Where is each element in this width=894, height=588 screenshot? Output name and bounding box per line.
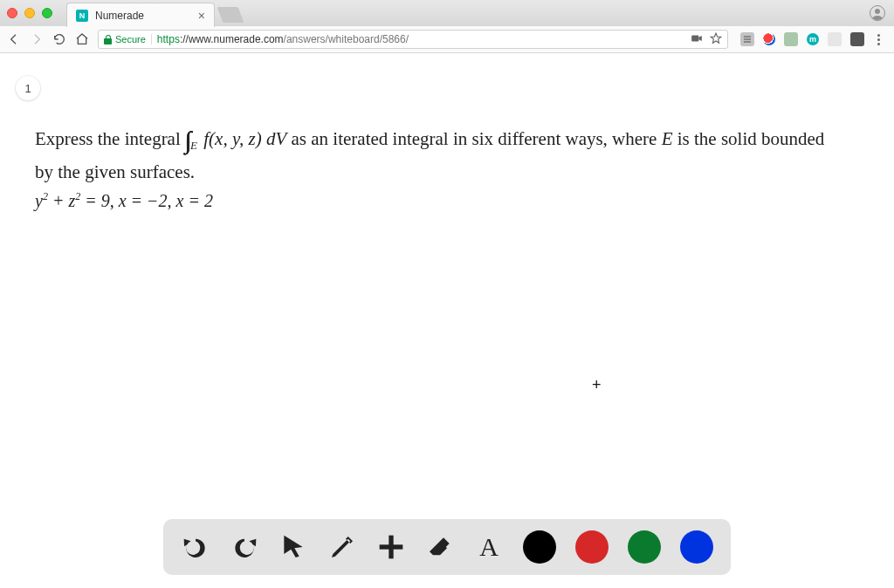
minimize-window-button[interactable]	[24, 8, 35, 18]
color-black[interactable]	[523, 530, 556, 564]
solid-e: E	[662, 128, 673, 149]
tab-bar: N Numerade ×	[0, 0, 894, 26]
pen-tool[interactable]	[327, 532, 357, 562]
problem-mid: as an iterated integral in six different…	[292, 128, 662, 149]
browser-chrome: N Numerade × Secure https://www.numerade…	[0, 0, 894, 53]
window-controls	[7, 8, 66, 18]
extension-icon-4[interactable]: m	[807, 33, 819, 45]
color-blue[interactable]	[680, 530, 713, 564]
redo-button[interactable]	[230, 532, 259, 562]
extension-icon-2[interactable]	[763, 33, 775, 45]
problem-line2: by the given surfaces.	[35, 159, 887, 185]
omnibox-actions	[691, 32, 722, 47]
home-button[interactable]	[75, 32, 89, 46]
secure-label: Secure	[115, 34, 146, 44]
svg-rect-2	[380, 544, 403, 549]
extension-icon-3[interactable]	[784, 32, 798, 46]
canvas-cursor-icon: +	[592, 376, 602, 394]
browser-menu-button[interactable]	[873, 34, 884, 45]
step-badge[interactable]: 1	[16, 76, 40, 100]
tab-close-button[interactable]: ×	[198, 10, 205, 22]
bookmark-star-icon[interactable]	[710, 32, 722, 47]
extension-icon-6[interactable]	[850, 32, 864, 46]
new-tab-button[interactable]	[217, 7, 244, 23]
integrand: f(x, y, z)	[203, 128, 261, 149]
lock-icon	[104, 35, 112, 44]
address-bar[interactable]: Secure https://www.numerade.com/answers/…	[98, 30, 728, 49]
whiteboard-toolbar: A	[163, 519, 731, 575]
integral-subscript: E	[185, 139, 199, 152]
svg-rect-0	[691, 35, 698, 41]
maximize-window-button[interactable]	[42, 8, 52, 18]
undo-button[interactable]	[181, 532, 210, 562]
forward-button[interactable]	[30, 32, 44, 46]
reload-button[interactable]	[52, 32, 66, 46]
secure-badge: Secure	[104, 34, 152, 44]
dv: dV	[266, 128, 286, 149]
text-tool[interactable]: A	[474, 532, 504, 562]
tab-favicon: N	[76, 10, 88, 22]
extension-icons: m	[737, 32, 887, 46]
page-content: 1 Express the integral ∫∫∫E f(x, y, z) d…	[0, 53, 894, 588]
extension-icon-1[interactable]	[740, 32, 754, 46]
problem-suffix: is the solid bounded	[677, 128, 825, 149]
url-text: https://www.numerade.com/answers/whitebo…	[157, 33, 409, 45]
eraser-tool[interactable]	[425, 532, 455, 562]
color-green[interactable]	[628, 530, 661, 564]
problem-text: Express the integral ∫∫∫E f(x, y, z) dV …	[35, 123, 887, 214]
pointer-tool[interactable]	[279, 532, 308, 562]
add-tool[interactable]	[376, 532, 406, 562]
tab-title: Numerade	[95, 10, 191, 22]
browser-toolbar: Secure https://www.numerade.com/answers/…	[0, 26, 894, 52]
color-red[interactable]	[575, 530, 609, 564]
extension-icon-5[interactable]	[828, 32, 842, 46]
url-scheme: https	[157, 33, 180, 45]
url-path: /answers/whiteboard/5866/	[284, 33, 409, 45]
browser-tab[interactable]: N Numerade ×	[66, 3, 215, 27]
url-host: ://www.numerade.com	[180, 33, 284, 45]
profile-avatar-icon[interactable]	[870, 5, 885, 21]
back-button[interactable]	[7, 32, 21, 46]
close-window-button[interactable]	[7, 8, 17, 18]
problem-prefix: Express the integral	[35, 128, 185, 149]
camera-icon[interactable]	[691, 32, 703, 47]
